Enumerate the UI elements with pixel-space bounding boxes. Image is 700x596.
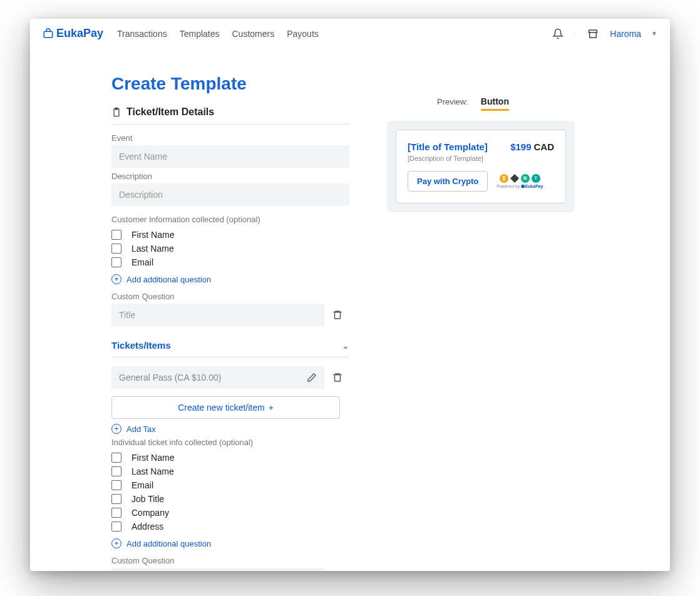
powered-by: Powered by ⬢EukaPay	[497, 184, 543, 189]
pay-with-crypto-button[interactable]: Pay with Crypto	[408, 171, 488, 192]
check-label: First Name	[131, 453, 174, 463]
custom-question-label-2: Custom Question	[111, 556, 349, 565]
nav-customers[interactable]: Customers	[232, 29, 275, 39]
checkbox-email[interactable]	[111, 257, 121, 267]
tether-icon: T	[532, 174, 540, 183]
template-desc: [Description of Template]	[408, 155, 554, 162]
nav-transactions[interactable]: Transactions	[117, 29, 167, 39]
description-input[interactable]	[111, 183, 349, 206]
section-tickets-header[interactable]: Tickets/Items ⌄	[111, 340, 349, 357]
ticket-row: General Pass (CA $10.00)	[111, 366, 324, 389]
checkbox-indiv-job-title[interactable]	[111, 494, 121, 504]
checkbox-last-name[interactable]	[111, 244, 121, 254]
checkbox-indiv-last-name[interactable]	[111, 466, 121, 476]
svg-rect-3	[335, 312, 341, 319]
logo[interactable]: EukaPay	[43, 27, 103, 40]
check-label: Email	[131, 480, 153, 490]
store-icon[interactable]	[586, 27, 600, 41]
bell-icon[interactable]	[551, 27, 565, 41]
custom-question-label: Custom Question	[111, 292, 349, 301]
template-price: $199CAD	[510, 141, 554, 152]
cust-info-label: Customer Information collected (optional…	[111, 215, 349, 224]
check-label: Address	[131, 522, 163, 532]
add-tax-link[interactable]: + Add Tax	[111, 424, 349, 434]
section-details-header: Ticket/Item Details	[111, 106, 349, 125]
top-nav: EukaPay Transactions Templates Customers…	[30, 19, 670, 49]
check-label: Last Name	[131, 244, 174, 254]
chevron-down-icon: ⌄	[342, 341, 349, 351]
template-title: [Title of Template]	[408, 141, 488, 152]
checkbox-first-name[interactable]	[111, 230, 121, 240]
check-label: Job Title	[131, 494, 164, 504]
tab-button[interactable]: Button	[481, 96, 509, 111]
plus-circle-icon: +	[111, 424, 121, 434]
add-question-link-2[interactable]: + Add additional question	[111, 538, 349, 548]
bitcoincash-icon: B	[521, 174, 530, 183]
checkbox-indiv-first-name[interactable]	[111, 453, 121, 463]
create-ticket-button[interactable]: Create new ticket/item+	[111, 396, 340, 419]
event-label: Event	[111, 133, 349, 143]
ethereum-icon	[510, 174, 519, 183]
trash-icon[interactable]	[332, 309, 343, 321]
check-label: Email	[131, 257, 153, 267]
svg-rect-4	[335, 375, 341, 382]
indiv-info-label: Individual ticket info collected (option…	[111, 438, 349, 447]
preview-label: Preview:	[437, 97, 468, 106]
check-label: Last Name	[131, 466, 174, 476]
custom-question-input[interactable]	[111, 304, 324, 326]
preview-card: [Title of Template] $199CAD [Description…	[387, 121, 575, 212]
checkbox-indiv-address[interactable]	[111, 522, 121, 532]
pencil-icon[interactable]	[307, 372, 317, 383]
check-label: First Name	[131, 230, 174, 240]
nav-payouts[interactable]: Payouts	[287, 29, 319, 39]
nav-dot: ·	[575, 30, 577, 37]
checkbox-indiv-email[interactable]	[111, 480, 121, 490]
bitcoin-icon: ₿	[500, 174, 508, 183]
trash-icon[interactable]	[332, 372, 343, 383]
crypto-icons: ₿ B T Powered by ⬢EukaPay	[497, 174, 543, 189]
user-menu[interactable]: Haroma	[610, 29, 641, 39]
event-input[interactable]	[111, 145, 349, 168]
chevron-down-icon[interactable]: ▼	[651, 30, 657, 37]
nav-templates[interactable]: Templates	[180, 29, 220, 39]
checkbox-indiv-company[interactable]	[111, 508, 121, 518]
page-title: Create Template	[111, 74, 349, 94]
plus-circle-icon: +	[111, 538, 121, 548]
description-label: Description	[111, 172, 349, 181]
plus-circle-icon: +	[111, 274, 121, 284]
check-label: Company	[131, 508, 169, 518]
custom-question-input-2[interactable]	[111, 568, 324, 571]
add-question-link[interactable]: + Add additional question	[111, 274, 349, 284]
svg-rect-0	[44, 31, 53, 38]
